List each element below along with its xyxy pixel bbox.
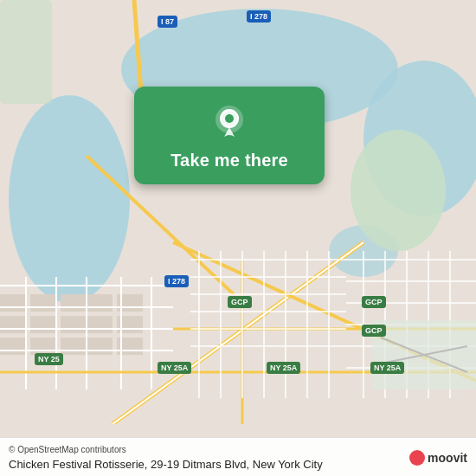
location-text: Chicken Festival Rotisserie, 29-19 Ditma… (9, 458, 467, 471)
attribution-bar: © OpenStreetMap contributors Chicken Fes… (0, 437, 476, 476)
svg-rect-7 (30, 294, 56, 312)
osm-attribution: © OpenStreetMap contributors (9, 445, 467, 454)
map-pin-icon (210, 104, 248, 142)
svg-line-32 (113, 242, 363, 424)
shield-gcp-1: GCP (228, 296, 252, 308)
shield-ny25a-1: NY 25A (158, 362, 191, 374)
svg-rect-5 (0, 0, 52, 104)
map-container: I 278 I 87 I 278 NY 25 NY 25A NY 25A NY … (0, 0, 476, 476)
svg-rect-11 (61, 316, 87, 333)
shield-gcp-3: GCP (362, 325, 386, 337)
location-label: Chicken Festival Rotisserie, 29-19 Ditma… (9, 458, 323, 471)
svg-rect-9 (0, 316, 26, 333)
shield-i278-mid: I 278 (164, 275, 189, 287)
take-me-there-button[interactable]: Take me there (134, 87, 325, 184)
svg-rect-6 (0, 294, 26, 312)
moovit-logo: moovit (409, 450, 467, 466)
svg-rect-8 (61, 294, 87, 312)
svg-point-0 (9, 95, 130, 303)
shield-ny25a-3: NY 25A (370, 362, 404, 374)
svg-rect-17 (87, 316, 113, 333)
svg-rect-10 (30, 316, 56, 333)
map-svg (0, 0, 476, 424)
shield-ny25: NY 25 (35, 353, 63, 365)
shield-i87: I 87 (158, 16, 177, 28)
svg-rect-14 (61, 338, 87, 355)
svg-point-4 (351, 130, 446, 251)
svg-rect-12 (0, 338, 26, 355)
svg-rect-19 (87, 338, 113, 355)
moovit-dot (409, 450, 425, 466)
svg-rect-13 (30, 338, 56, 355)
svg-rect-15 (87, 294, 113, 312)
take-me-there-label: Take me there (170, 151, 288, 170)
shield-gcp-2: GCP (362, 296, 386, 308)
svg-point-68 (225, 114, 234, 123)
moovit-text: moovit (428, 451, 467, 465)
shield-i278-top: I 278 (247, 10, 271, 23)
shield-ny25a-2: NY 25A (267, 362, 300, 374)
